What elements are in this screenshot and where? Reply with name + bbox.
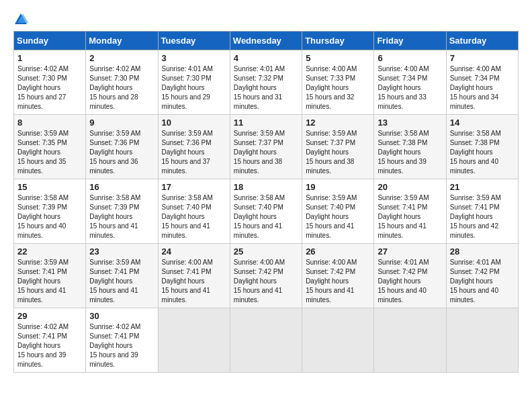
cell-details: Sunrise: 3:59 AMSunset: 7:41 PMDaylight …: [17, 259, 69, 304]
cell-details: Sunrise: 3:59 AMSunset: 7:40 PMDaylight …: [306, 194, 357, 239]
day-number: 25: [234, 246, 298, 257]
day-number: 2: [89, 53, 154, 63]
calendar-cell: 21Sunrise: 3:59 AMSunset: 7:41 PMDayligh…: [446, 179, 518, 244]
calendar-cell: 11Sunrise: 3:59 AMSunset: 7:37 PMDayligh…: [230, 115, 302, 179]
cell-details: Sunrise: 4:02 AMSunset: 7:41 PMDaylight …: [89, 323, 140, 368]
cell-details: Sunrise: 3:59 AMSunset: 7:41 PMDaylight …: [89, 259, 140, 304]
day-number: 30: [89, 311, 154, 321]
cell-details: Sunrise: 4:00 AMSunset: 7:34 PMDaylight …: [378, 65, 429, 110]
weekday-header-friday: Friday: [374, 32, 446, 50]
week-row-2: 15Sunrise: 3:58 AMSunset: 7:39 PMDayligh…: [14, 179, 519, 244]
day-number: 22: [17, 246, 82, 257]
cell-details: Sunrise: 4:01 AMSunset: 7:42 PMDaylight …: [378, 259, 429, 304]
weekday-header-monday: Monday: [86, 32, 158, 50]
calendar-cell: 1Sunrise: 4:02 AMSunset: 7:30 PMDaylight…: [14, 50, 86, 115]
calendar-cell: 26Sunrise: 4:00 AMSunset: 7:42 PMDayligh…: [302, 244, 374, 308]
day-number: 20: [378, 182, 442, 192]
cell-details: Sunrise: 3:58 AMSunset: 7:40 PMDaylight …: [234, 194, 285, 239]
calendar-cell: 15Sunrise: 3:58 AMSunset: 7:39 PMDayligh…: [14, 179, 86, 244]
day-number: 10: [162, 118, 226, 128]
cell-details: Sunrise: 3:59 AMSunset: 7:37 PMDaylight …: [234, 130, 285, 175]
calendar-cell: 22Sunrise: 3:59 AMSunset: 7:41 PMDayligh…: [14, 244, 86, 308]
cell-details: Sunrise: 4:00 AMSunset: 7:42 PMDaylight …: [234, 259, 285, 304]
day-number: 17: [162, 182, 226, 192]
weekday-header-wednesday: Wednesday: [230, 32, 302, 50]
calendar-cell: 19Sunrise: 3:59 AMSunset: 7:40 PMDayligh…: [302, 179, 374, 244]
calendar-cell: 25Sunrise: 4:00 AMSunset: 7:42 PMDayligh…: [230, 244, 302, 308]
calendar-cell: [158, 308, 230, 373]
day-number: 23: [89, 246, 154, 257]
calendar-cell: 16Sunrise: 3:58 AMSunset: 7:39 PMDayligh…: [86, 179, 158, 244]
calendar-cell: 6Sunrise: 4:00 AMSunset: 7:34 PMDaylight…: [374, 50, 446, 115]
day-number: 5: [306, 53, 370, 63]
weekday-header-sunday: Sunday: [14, 32, 86, 50]
calendar-cell: 7Sunrise: 4:00 AMSunset: 7:34 PMDaylight…: [446, 50, 518, 115]
cell-details: Sunrise: 3:59 AMSunset: 7:41 PMDaylight …: [378, 194, 429, 239]
cell-details: Sunrise: 3:59 AMSunset: 7:41 PMDaylight …: [450, 194, 501, 239]
cell-details: Sunrise: 4:02 AMSunset: 7:30 PMDaylight …: [17, 65, 69, 110]
logo-icon: [13, 12, 28, 27]
day-number: 18: [234, 182, 298, 192]
cell-details: Sunrise: 3:59 AMSunset: 7:35 PMDaylight …: [17, 130, 69, 175]
weekday-header-thursday: Thursday: [302, 32, 374, 50]
cell-details: Sunrise: 4:01 AMSunset: 7:42 PMDaylight …: [450, 259, 501, 304]
cell-details: Sunrise: 4:02 AMSunset: 7:30 PMDaylight …: [89, 65, 140, 110]
calendar-cell: 18Sunrise: 3:58 AMSunset: 7:40 PMDayligh…: [230, 179, 302, 244]
calendar-cell: 10Sunrise: 3:59 AMSunset: 7:36 PMDayligh…: [158, 115, 230, 179]
calendar-cell: [230, 308, 302, 373]
week-row-0: 1Sunrise: 4:02 AMSunset: 7:30 PMDaylight…: [14, 50, 519, 115]
cell-details: Sunrise: 3:59 AMSunset: 7:36 PMDaylight …: [89, 130, 140, 175]
page: SundayMondayTuesdayWednesdayThursdayFrid…: [0, 0, 532, 411]
day-number: 13: [378, 118, 442, 128]
calendar-cell: 23Sunrise: 3:59 AMSunset: 7:41 PMDayligh…: [86, 244, 158, 308]
calendar-cell: 2Sunrise: 4:02 AMSunset: 7:30 PMDaylight…: [86, 50, 158, 115]
weekday-header-tuesday: Tuesday: [158, 32, 230, 50]
calendar-cell: 14Sunrise: 3:58 AMSunset: 7:38 PMDayligh…: [446, 115, 518, 179]
logo: [13, 12, 31, 27]
cell-details: Sunrise: 4:00 AMSunset: 7:41 PMDaylight …: [162, 259, 213, 304]
cell-details: Sunrise: 3:58 AMSunset: 7:38 PMDaylight …: [450, 130, 501, 175]
cell-details: Sunrise: 4:01 AMSunset: 7:32 PMDaylight …: [234, 65, 285, 110]
calendar-cell: [302, 308, 374, 373]
cell-details: Sunrise: 3:58 AMSunset: 7:39 PMDaylight …: [17, 194, 69, 239]
day-number: 11: [234, 118, 298, 128]
calendar-table: SundayMondayTuesdayWednesdayThursdayFrid…: [13, 31, 519, 373]
day-number: 7: [450, 53, 515, 63]
day-number: 26: [306, 246, 370, 257]
calendar-cell: [374, 308, 446, 373]
calendar-cell: 20Sunrise: 3:59 AMSunset: 7:41 PMDayligh…: [374, 179, 446, 244]
day-number: 16: [89, 182, 154, 192]
cell-details: Sunrise: 4:00 AMSunset: 7:33 PMDaylight …: [306, 65, 357, 110]
calendar-cell: 12Sunrise: 3:59 AMSunset: 7:37 PMDayligh…: [302, 115, 374, 179]
cell-details: Sunrise: 4:00 AMSunset: 7:34 PMDaylight …: [450, 65, 501, 110]
calendar-cell: [446, 308, 518, 373]
day-number: 6: [378, 53, 442, 63]
calendar-cell: 27Sunrise: 4:01 AMSunset: 7:42 PMDayligh…: [374, 244, 446, 308]
calendar-cell: 17Sunrise: 3:58 AMSunset: 7:40 PMDayligh…: [158, 179, 230, 244]
day-number: 8: [17, 118, 82, 128]
cell-details: Sunrise: 3:58 AMSunset: 7:38 PMDaylight …: [378, 130, 429, 175]
cell-details: Sunrise: 3:59 AMSunset: 7:36 PMDaylight …: [162, 130, 213, 175]
calendar-cell: 5Sunrise: 4:00 AMSunset: 7:33 PMDaylight…: [302, 50, 374, 115]
day-number: 27: [378, 246, 442, 257]
cell-details: Sunrise: 4:01 AMSunset: 7:30 PMDaylight …: [162, 65, 213, 110]
day-number: 14: [450, 118, 515, 128]
cell-details: Sunrise: 4:00 AMSunset: 7:42 PMDaylight …: [306, 259, 357, 304]
calendar-cell: 9Sunrise: 3:59 AMSunset: 7:36 PMDaylight…: [86, 115, 158, 179]
calendar-cell: 3Sunrise: 4:01 AMSunset: 7:30 PMDaylight…: [158, 50, 230, 115]
calendar-cell: 13Sunrise: 3:58 AMSunset: 7:38 PMDayligh…: [374, 115, 446, 179]
calendar-cell: 28Sunrise: 4:01 AMSunset: 7:42 PMDayligh…: [446, 244, 518, 308]
cell-details: Sunrise: 3:58 AMSunset: 7:39 PMDaylight …: [89, 194, 140, 239]
calendar-cell: 29Sunrise: 4:02 AMSunset: 7:41 PMDayligh…: [14, 308, 86, 373]
day-number: 9: [89, 118, 154, 128]
day-number: 21: [450, 182, 515, 192]
weekday-header-saturday: Saturday: [446, 32, 518, 50]
day-number: 24: [162, 246, 226, 257]
week-row-4: 29Sunrise: 4:02 AMSunset: 7:41 PMDayligh…: [14, 308, 519, 373]
day-number: 28: [450, 246, 515, 257]
cell-details: Sunrise: 3:58 AMSunset: 7:40 PMDaylight …: [162, 194, 213, 239]
cell-details: Sunrise: 4:02 AMSunset: 7:41 PMDaylight …: [17, 323, 69, 368]
day-number: 1: [17, 53, 82, 63]
header-row: [13, 12, 519, 27]
cell-details: Sunrise: 3:59 AMSunset: 7:37 PMDaylight …: [306, 130, 357, 175]
